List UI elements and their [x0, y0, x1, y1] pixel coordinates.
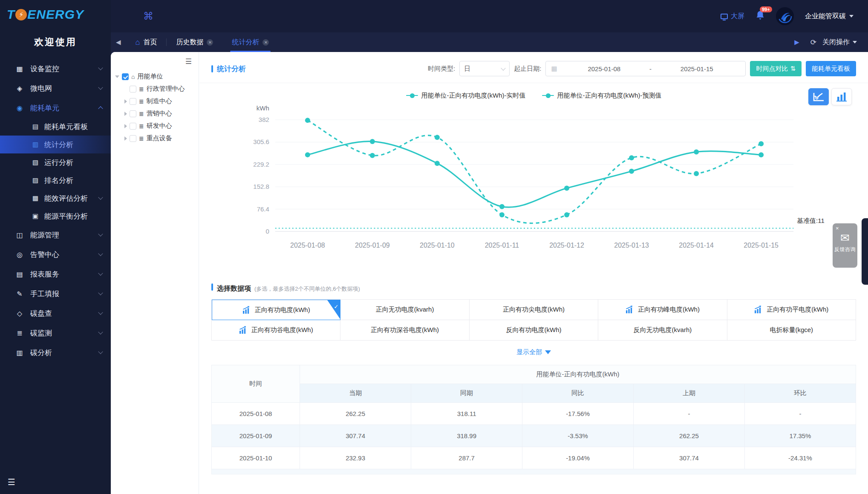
cell-time: 2025-01-08	[212, 403, 300, 425]
tab-close-icon[interactable]: ✕	[207, 39, 213, 46]
cell-value: 307.74	[634, 447, 745, 469]
section-accent-bar	[211, 283, 213, 291]
tree-caret-icon[interactable]	[124, 136, 127, 141]
date-from-input[interactable]: 2025-01-08	[561, 65, 648, 72]
sidebar-item-energy-management[interactable]: ◫能源管理	[0, 225, 111, 245]
tree-checkbox[interactable]	[130, 135, 136, 142]
table-column-header: 同期	[411, 384, 522, 403]
sidebar-item-label: 统计分析	[44, 140, 73, 150]
data-item-reverse-active[interactable]: 反向有功电度(kWh)	[470, 320, 598, 341]
table-row: 2025-01-10232.93287.7-19.04%307.74-24.31…	[212, 447, 856, 469]
data-item-reverse-reactive[interactable]: 反向无功电度(kvarh)	[598, 320, 727, 341]
date-to-input[interactable]: 2025-01-15	[653, 65, 740, 72]
sidebar-item-operation-analysis[interactable]: ▧运行分析	[0, 153, 111, 171]
sidebar-item-energy-unit-board[interactable]: ▤能耗单元看板	[0, 118, 111, 136]
svg-text:382: 382	[259, 116, 269, 123]
tree-node-manufacturing-center[interactable]: ≣制造中心	[115, 95, 195, 107]
chart-type-toggle	[808, 88, 852, 105]
tree-node-admin-center[interactable]: ≣行政管理中心	[115, 83, 195, 95]
sidebar-item-microgrid[interactable]: ◈微电网	[0, 78, 111, 98]
tabs-forward-icon[interactable]: ▶	[789, 38, 805, 46]
data-item-forward-active-deep-valley[interactable]: 正向有功深谷电度(kWh)	[340, 320, 469, 341]
tab-home[interactable]: ⌂ 首页	[126, 32, 167, 52]
data-item-forward-active-peak[interactable]: 正向有功峰电度(kWh)	[598, 300, 727, 320]
data-item-forward-reactive[interactable]: 正向无功电度(kvarh)	[340, 300, 469, 320]
avatar[interactable]	[776, 7, 794, 25]
sidebar-item-device-monitor[interactable]: ▦设备监控	[0, 59, 111, 78]
table-group-header: 用能单位-正向有功电度(kWh)	[300, 365, 856, 384]
data-item-label: 正向无功电度(kvarh)	[376, 306, 434, 314]
tree-node-marketing-center[interactable]: ≣营销中心	[115, 107, 195, 120]
bar-chart-toggle-button[interactable]	[831, 88, 852, 105]
cell-value: 17.35%	[745, 425, 856, 447]
side-drawer-handle[interactable]	[862, 218, 868, 285]
sidebar-item-energy-balance[interactable]: ▣能源平衡分析	[0, 207, 111, 225]
tabs-back-icon[interactable]: ◀	[111, 38, 126, 46]
sidebar-item-efficiency-evaluation[interactable]: ▩能效评估分析	[0, 189, 111, 207]
data-item-coal-equivalent[interactable]: 电折标量(kgce)	[727, 320, 856, 341]
tree-caret-icon[interactable]	[124, 124, 127, 128]
data-item-forward-active-sharp[interactable]: 正向有功尖电度(kWh)	[470, 300, 598, 320]
layers-icon: ≣	[139, 98, 144, 105]
sidebar-item-statistical-analysis[interactable]: ▥统计分析	[0, 136, 111, 153]
chevron-down-icon	[853, 41, 857, 43]
tab-statistical-analysis[interactable]: 统计分析✕	[222, 32, 278, 52]
energy-unit-board-button[interactable]: 能耗单元看板	[806, 61, 856, 76]
tree-node-rd-center[interactable]: ≣研发中心	[115, 120, 195, 132]
tree-caret-open-icon[interactable]	[115, 75, 119, 78]
big-screen-button[interactable]: 大屏	[721, 12, 744, 21]
sidebar-item-alarm-center[interactable]: ◎告警中心	[0, 245, 111, 264]
data-item-forward-active-valley[interactable]: 正向有功谷电度(kWh)	[212, 320, 340, 341]
sidebar-item-carbon-analysis[interactable]: ▥碳分析	[0, 343, 111, 362]
sidebar-item-energy-unit[interactable]: ◉能耗单元	[0, 98, 111, 118]
tab-history-data[interactable]: 历史数据✕	[167, 32, 222, 52]
feedback-button[interactable]: × ✉ 反馈咨询	[833, 223, 857, 268]
svg-text:2025-01-08: 2025-01-08	[290, 242, 325, 249]
close-operations-dropdown[interactable]: 关闭操作	[822, 38, 857, 47]
table-column-header: 同比	[522, 384, 634, 403]
tabbar: ◀ ⌂ 首页 历史数据✕统计分析✕ ▶ ⟳ 关闭操作	[111, 32, 868, 52]
sidebar-item-carbon-monitor[interactable]: ≣碳监测	[0, 323, 111, 343]
show-all-toggle[interactable]: 显示全部	[211, 348, 856, 356]
sidebar-item-manual-fill[interactable]: ✎手工填报	[0, 284, 111, 303]
data-item-forward-active[interactable]: 正向有功电度(kWh)✓	[212, 300, 340, 320]
building-icon: ⌂	[131, 73, 135, 80]
close-icon[interactable]: ×	[836, 225, 839, 231]
tree-collapse-icon[interactable]: ☰	[115, 57, 195, 66]
tree-checkbox[interactable]	[130, 110, 136, 117]
sidebar-item-ranking-analysis[interactable]: ▨排名分析	[0, 171, 111, 189]
cell-value: 318.99	[411, 425, 522, 447]
sidebar-item-report-service[interactable]: ▤报表服务	[0, 264, 111, 284]
line-chart-toggle-button[interactable]	[808, 88, 829, 105]
tree-checkbox[interactable]	[130, 123, 136, 130]
tree-checkbox[interactable]	[130, 86, 136, 92]
data-item-forward-active-flat[interactable]: 正向有功平电度(kWh)	[727, 300, 856, 320]
notifications-button[interactable]: 99+	[756, 10, 765, 22]
cell-value: -	[634, 403, 745, 425]
refresh-icon[interactable]: ⟳	[810, 38, 816, 47]
layers-icon: ≣	[139, 110, 144, 117]
data-item-label: 正向有功峰电度(kWh)	[638, 306, 700, 314]
tree-caret-icon[interactable]	[124, 99, 127, 104]
data-items-grid: 正向有功电度(kWh)✓正向无功电度(kvarh)正向有功尖电度(kWh)正向有…	[211, 299, 856, 341]
tree-node-energy-consumer-unit[interactable]: ⌂用能单位	[115, 70, 195, 83]
legend-item[interactable]: 用能单位-正向有功电度(kWh)-实时值	[406, 92, 526, 100]
tab-close-icon[interactable]: ✕	[262, 39, 269, 46]
sidebar-item-label: 能耗单元看板	[44, 122, 88, 132]
time-type-select[interactable]: 日	[459, 61, 510, 76]
svg-text:152.8: 152.8	[253, 183, 269, 190]
svg-text:229.2: 229.2	[253, 161, 269, 168]
sidebar-collapse-icon[interactable]: ☰	[8, 477, 15, 487]
tree-caret-icon[interactable]	[124, 112, 127, 116]
sidebar-item-carbon-inventory[interactable]: ◇碳盘查	[0, 303, 111, 323]
sidebar-item-label: 手工填报	[30, 289, 59, 299]
legend-item[interactable]: 用能单位-正向有功电度(kWh)-预测值	[542, 92, 662, 100]
time-point-compare-button[interactable]: 时间点对比 ⇅	[750, 61, 802, 76]
tree-node-key-equipment[interactable]: ≣重点设备	[115, 132, 195, 144]
date-range-picker[interactable]: ▦ 2025-01-08 - 2025-01-15	[545, 61, 746, 76]
tree-checkbox-checked[interactable]	[122, 73, 129, 80]
apps-menu-icon[interactable]: ⌘	[143, 10, 153, 22]
org-switcher[interactable]: 企业能管双碳	[805, 12, 854, 21]
tree-checkbox[interactable]	[130, 98, 136, 105]
time-type-label: 时间类型:	[428, 65, 455, 73]
